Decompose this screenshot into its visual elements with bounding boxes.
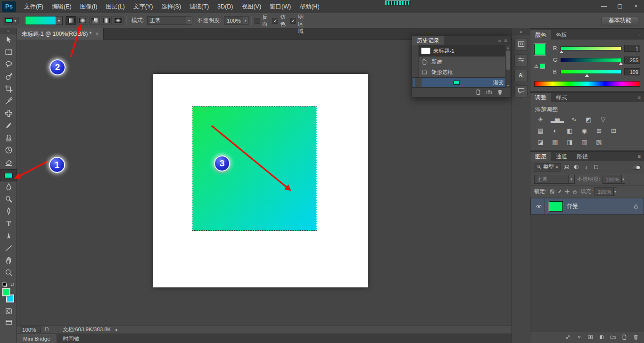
panel-menu-icon[interactable]: ≡	[638, 154, 641, 159]
link-layers-icon[interactable]	[565, 334, 571, 342]
slider-knob-icon[interactable]	[585, 74, 589, 77]
new-layer-icon[interactable]	[621, 334, 627, 342]
channel-slider[interactable]	[561, 70, 621, 74]
menu-item-4[interactable]: 文字(Y)	[129, 0, 157, 13]
new-snapshot-camera-icon[interactable]	[486, 89, 492, 97]
notes-panel-button[interactable]	[514, 85, 528, 98]
eyedropper-tool[interactable]	[0, 96, 17, 108]
layer-effects-fx-icon[interactable]: fx	[576, 334, 582, 342]
radial-gradient-button[interactable]	[77, 16, 88, 25]
document-tab[interactable]: 未标题-1 @ 100%(RGB/8) * ×	[17, 28, 104, 40]
foreground-color-swatch[interactable]	[534, 44, 545, 55]
diamond-gradient-button[interactable]	[113, 16, 124, 25]
tab-paths[interactable]: 路径	[572, 152, 593, 161]
invert-icon[interactable]: ◪	[536, 139, 545, 146]
type-filter-icon[interactable]: T	[582, 163, 591, 171]
black-white-icon[interactable]: ◧	[565, 127, 574, 134]
gamut-warning[interactable]: ⚠	[534, 64, 549, 69]
line-tool[interactable]	[0, 243, 17, 255]
lasso-tool[interactable]	[0, 59, 17, 71]
image-filter-icon[interactable]	[562, 163, 571, 171]
reverse-checkbox[interactable]: 反向	[255, 14, 267, 28]
layer-row-0[interactable]: 背景	[530, 198, 644, 215]
opacity-select[interactable]: 100% ▾	[224, 16, 248, 25]
crop-tool[interactable]	[0, 83, 17, 96]
history-source-column[interactable]	[412, 67, 419, 77]
spot-healing-brush-tool[interactable]	[0, 108, 17, 120]
zoom-level-field[interactable]: 100%	[20, 327, 41, 333]
layer-thumbnail[interactable]	[549, 201, 563, 212]
adjustment-filter-icon[interactable]	[572, 163, 581, 171]
gradient-map-icon[interactable]: ▥	[580, 139, 588, 146]
blend-mode-select[interactable]: 正常 ▾	[147, 16, 192, 25]
history-source-column[interactable]	[412, 45, 419, 57]
menu-item-7[interactable]: 3D(D)	[213, 0, 237, 13]
status-expand-icon[interactable]: ▸	[116, 327, 118, 332]
checkbox-icon[interactable]: ✓	[290, 18, 296, 24]
pen-tool[interactable]	[0, 206, 17, 218]
history-brush-tool[interactable]	[0, 145, 17, 157]
menu-item-0[interactable]: 文件(F)	[20, 0, 48, 13]
menu-item-3[interactable]: 图层(L)	[101, 0, 129, 13]
menu-item-8[interactable]: 视图(V)	[237, 0, 265, 13]
layer-fill-select[interactable]: 100% ▾	[594, 187, 617, 196]
channel-value-field[interactable]: 1	[624, 45, 640, 52]
brush-tool[interactable]	[0, 120, 17, 132]
menu-item-2[interactable]: 图像(I)	[76, 0, 102, 13]
close-button[interactable]: ×	[628, 0, 644, 12]
swap-colors-icon[interactable]: ⇄	[10, 282, 14, 287]
photo-filter-icon[interactable]: ◉	[580, 127, 588, 134]
layer-blend-mode-select[interactable]: 正常 ▾	[534, 175, 575, 184]
lock-position-icon[interactable]	[563, 188, 571, 195]
channel-slider[interactable]	[561, 46, 621, 50]
properties-panel-button[interactable]	[514, 54, 528, 66]
type-tool[interactable]: T	[0, 218, 17, 230]
layer-filter-toggle[interactable]	[633, 165, 641, 170]
tab-layers[interactable]: 图层	[530, 152, 551, 161]
levels-icon[interactable]: ▂▅▂	[551, 116, 563, 123]
move-tool[interactable]	[0, 34, 17, 47]
navigator-panel-button[interactable]	[514, 39, 528, 51]
scroll-up-icon[interactable]: ▴	[507, 45, 509, 49]
slider-knob-icon[interactable]	[560, 50, 563, 53]
character-panel-button[interactable]: A	[514, 70, 528, 82]
gradient-tool[interactable]	[0, 169, 17, 181]
new-document-from-state-icon[interactable]	[475, 89, 481, 97]
tab-swatches[interactable]: 色板	[551, 30, 572, 40]
blur-tool[interactable]	[0, 181, 17, 194]
history-item-2[interactable]: 渐变	[412, 77, 511, 88]
workspace-switcher-button[interactable]: 基本功能	[602, 16, 638, 25]
close-tab-icon[interactable]: ×	[95, 31, 99, 37]
slider-knob-icon[interactable]	[619, 62, 623, 65]
lock-transparency-icon[interactable]	[548, 188, 556, 195]
angle-gradient-button[interactable]	[89, 16, 100, 25]
panel-menu-icon[interactable]: ≡	[638, 32, 641, 38]
tool-preset-picker[interactable]: ▾	[3, 17, 19, 24]
eraser-tool[interactable]	[0, 157, 17, 169]
gradient-picker[interactable]: ▾	[25, 16, 63, 25]
menu-item-9[interactable]: 窗口(W)	[265, 0, 295, 13]
dodge-tool[interactable]	[0, 194, 17, 206]
posterize-icon[interactable]: ▦	[551, 139, 559, 146]
quick-selection-tool[interactable]	[0, 71, 17, 83]
bottom-tab-1[interactable]: 时间轴	[57, 334, 86, 343]
panel-menu-icon[interactable]: ≡	[638, 95, 641, 100]
delete-trash-icon[interactable]	[497, 89, 503, 97]
color-lookup-icon[interactable]: ⊡	[609, 127, 618, 134]
threshold-icon[interactable]: ◨	[565, 139, 574, 146]
screen-mode-button[interactable]	[0, 318, 17, 329]
default-colors-icon[interactable]	[2, 282, 7, 287]
checkbox-icon[interactable]	[255, 18, 260, 24]
tab-adjustments[interactable]: 调整	[530, 93, 551, 102]
selective-color-icon[interactable]: ▧	[594, 139, 603, 146]
path-selection-tool[interactable]	[0, 230, 17, 243]
layer-opacity-select[interactable]: 100% ▾	[603, 175, 625, 184]
foreground-color-swatch[interactable]	[2, 288, 10, 296]
history-item-0[interactable]: 新建	[412, 57, 511, 67]
minimize-button[interactable]: —	[596, 0, 612, 12]
menu-item-6[interactable]: 滤镜(T)	[185, 0, 213, 13]
quick-mask-button[interactable]	[0, 306, 17, 318]
scroll-down-icon[interactable]: ▾	[507, 83, 509, 88]
channel-mixer-icon[interactable]: ⊞	[594, 127, 603, 134]
hue-saturation-icon[interactable]: ▤	[536, 127, 545, 134]
